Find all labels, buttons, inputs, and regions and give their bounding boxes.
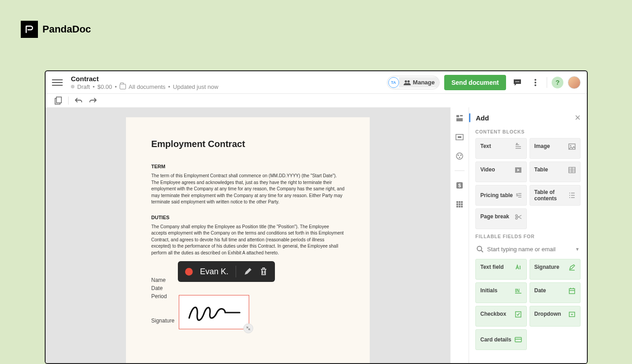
field-checkbox[interactable]: Checkbox	[475, 306, 527, 327]
initials-icon: IN	[515, 287, 522, 295]
signer-name[interactable]: Evan K.	[200, 267, 228, 276]
scissors-icon	[515, 213, 522, 221]
side-rail: $	[450, 107, 469, 363]
document-status: Draft	[77, 83, 90, 90]
svg-rect-22	[459, 201, 460, 203]
svg-point-15	[456, 153, 463, 159]
field-text[interactable]: Text field	[475, 259, 527, 280]
svg-point-37	[477, 246, 482, 251]
block-pricing-table[interactable]: Pricing table $	[475, 185, 527, 206]
block-video[interactable]: Video	[475, 161, 527, 182]
calendar-icon	[568, 287, 576, 295]
document-canvas[interactable]: Employment Contract TERM The term of thi…	[46, 107, 450, 363]
document-amount: $0.00	[98, 83, 112, 90]
field-signature[interactable]: Signature	[530, 259, 581, 280]
people-icon	[404, 80, 411, 85]
svg-rect-12	[456, 118, 463, 121]
svg-rect-28	[459, 206, 460, 207]
svg-text:$: $	[516, 193, 518, 197]
help-button[interactable]: ?	[552, 77, 563, 88]
document-folder[interactable]: All documents	[129, 83, 166, 90]
svg-rect-21	[456, 201, 458, 203]
delete-field-button[interactable]	[260, 267, 268, 276]
toolbar	[46, 94, 587, 107]
status-dot	[71, 85, 74, 88]
manage-button[interactable]: Manage	[399, 77, 439, 88]
resize-handle[interactable]	[243, 323, 253, 333]
card-icon	[515, 336, 522, 343]
signer-color-dot	[185, 268, 193, 276]
field-toolbar: Evan K.	[178, 261, 275, 282]
send-document-button[interactable]: Send document	[444, 75, 506, 90]
edit-field-button[interactable]	[243, 267, 252, 276]
svg-point-16	[458, 155, 459, 156]
dropdown-icon	[568, 311, 576, 318]
svg-point-2	[516, 81, 516, 82]
doc-heading: Employment Contract	[151, 139, 344, 149]
collaborator-avatar[interactable]: TA	[388, 77, 399, 88]
toc-icon	[568, 192, 576, 199]
block-image[interactable]: Image	[530, 138, 581, 159]
field-label-date: Date	[151, 284, 344, 292]
redo-button[interactable]	[88, 96, 98, 105]
pricing-icon: $	[515, 192, 522, 199]
share-pill: TA Manage	[387, 76, 440, 89]
svg-point-17	[460, 155, 462, 156]
svg-point-7	[534, 84, 536, 86]
svg-point-0	[404, 80, 407, 83]
section-label-content: CONTENT BLOCKS	[475, 129, 581, 134]
svg-rect-14	[458, 136, 461, 138]
brand-logo: PandaDoc	[21, 21, 91, 38]
svg-point-35	[516, 215, 517, 217]
svg-rect-11	[460, 115, 463, 116]
svg-rect-27	[456, 206, 458, 207]
block-text[interactable]: Text	[475, 138, 527, 159]
close-panel-button[interactable]: ×	[575, 113, 581, 123]
signature-field[interactable]	[179, 295, 249, 329]
recipient-input[interactable]	[487, 246, 572, 253]
table-icon	[568, 166, 576, 174]
rail-apps-icon[interactable]	[455, 200, 464, 209]
svg-rect-29	[461, 206, 463, 207]
svg-point-3	[517, 81, 518, 82]
user-avatar[interactable]	[568, 76, 581, 89]
pages-button[interactable]	[54, 96, 63, 105]
doc-paragraph: The term of this Employment Contract sha…	[151, 173, 344, 206]
undo-button[interactable]	[74, 96, 83, 105]
svg-text:$: $	[458, 183, 461, 188]
field-initials[interactable]: Initials IN	[475, 282, 527, 303]
recipient-search[interactable]: ▼	[475, 243, 581, 259]
panel-title: Add	[476, 114, 489, 122]
signature-field-icon	[568, 264, 576, 271]
block-table[interactable]: Table	[530, 161, 581, 182]
rail-content-icon[interactable]	[455, 114, 464, 123]
field-dropdown[interactable]: Dropdown	[530, 306, 581, 327]
search-icon	[476, 245, 483, 253]
svg-point-6	[534, 82, 536, 83]
doc-section-title: DUTIES	[151, 215, 344, 220]
block-page-break[interactable]: Page break	[475, 208, 527, 229]
rail-design-icon[interactable]	[455, 152, 464, 161]
document-updated: Updated just now	[173, 83, 218, 90]
svg-rect-9	[56, 97, 61, 103]
rail-variables-icon[interactable]	[455, 133, 464, 142]
more-menu-button[interactable]	[529, 76, 542, 89]
brand-name: PandaDoc	[42, 23, 91, 35]
svg-point-36	[516, 217, 517, 219]
rail-pricing-icon[interactable]: $	[455, 181, 464, 190]
image-icon	[568, 143, 576, 150]
comments-button[interactable]	[511, 76, 524, 89]
block-toc[interactable]: Table of contents	[530, 185, 581, 206]
text-icon	[515, 143, 522, 150]
field-date[interactable]: Date	[530, 282, 581, 303]
svg-point-4	[518, 81, 519, 82]
doc-section-title: TERM	[151, 164, 344, 169]
video-icon	[515, 166, 522, 174]
signature-icon	[185, 301, 243, 323]
menu-button[interactable]	[52, 77, 63, 88]
dropdown-caret-icon[interactable]: ▼	[575, 247, 580, 252]
field-card-details[interactable]: Card details	[475, 329, 527, 350]
app-window: Contract Draft • $0.00 • All documents •…	[45, 70, 588, 364]
svg-point-31	[570, 145, 572, 147]
svg-rect-25	[459, 203, 460, 205]
